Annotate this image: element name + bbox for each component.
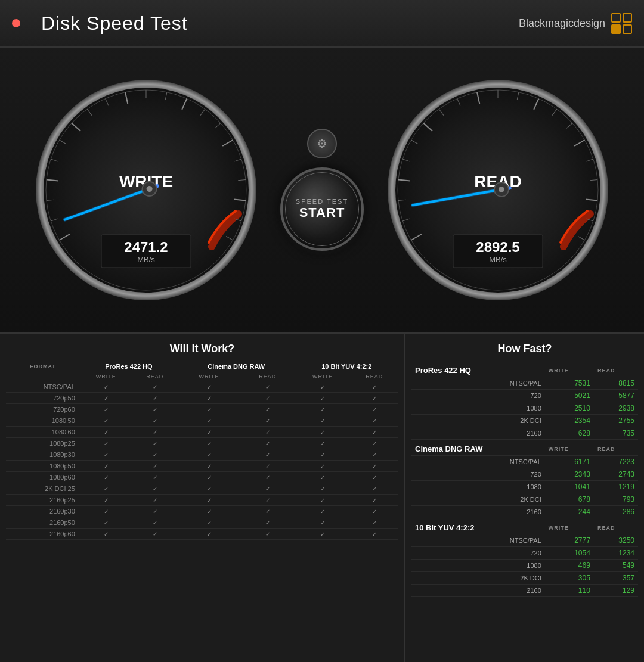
read-unit-text: MB/s xyxy=(489,255,507,264)
check: ✓ xyxy=(178,427,240,438)
format-label: 720p50 xyxy=(6,393,80,404)
check: ✓ xyxy=(240,381,295,393)
check: ✓ xyxy=(80,483,132,495)
prores-read-header: READ xyxy=(132,372,178,381)
read-value: 2743 xyxy=(594,468,638,481)
check: ✓ xyxy=(240,393,295,404)
format-label: 1080p30 xyxy=(6,449,80,461)
check: ✓ xyxy=(240,529,295,540)
brand-name: Blackmagicdesign xyxy=(519,17,605,30)
check: ✓ xyxy=(240,472,295,483)
close-button[interactable] xyxy=(12,19,20,27)
write-gauge-container: WRITE 2471.2 MB/s xyxy=(18,77,274,303)
row-label: 1080 xyxy=(411,481,545,493)
group-name: Cinema DNG RAW xyxy=(411,440,545,456)
table-row: 720p60 ✓ ✓ ✓ ✓ ✓ ✓ xyxy=(6,404,398,415)
check: ✓ xyxy=(80,438,132,449)
group-name: ProRes 422 HQ xyxy=(411,361,545,377)
center-controls: ⚙ SPEED TEST START xyxy=(274,129,370,251)
check: ✓ xyxy=(132,381,178,393)
table-row: 2160p25 ✓ ✓ ✓ ✓ ✓ ✓ xyxy=(6,495,398,506)
check: ✓ xyxy=(178,495,240,506)
write-value: 628 xyxy=(545,427,594,440)
check: ✓ xyxy=(80,517,132,529)
check: ✓ xyxy=(80,529,132,540)
check: ✓ xyxy=(80,449,132,461)
start-button[interactable]: SPEED TEST START xyxy=(280,167,364,251)
table-row: 1080p25 ✓ ✓ ✓ ✓ ✓ ✓ xyxy=(6,438,398,449)
check: ✓ xyxy=(178,415,240,427)
read-value: 357 xyxy=(594,572,638,585)
check: ✓ xyxy=(240,404,295,415)
data-section: Will It Work? FORMAT ProRes 422 HQ Cinem… xyxy=(0,334,644,662)
read-value: 286 xyxy=(594,506,638,518)
check: ✓ xyxy=(350,529,398,540)
write-value: 244 xyxy=(545,506,594,518)
read-gauge-container: READ 2892.5 MB/s xyxy=(370,77,626,303)
check: ✓ xyxy=(178,529,240,540)
read-value: 8815 xyxy=(594,377,638,390)
read-value: 3250 xyxy=(594,534,638,547)
speed-test-label: SPEED TEST xyxy=(296,198,348,205)
prores-write-header: WRITE xyxy=(80,372,132,381)
settings-button[interactable]: ⚙ xyxy=(307,129,337,158)
check: ✓ xyxy=(178,483,240,495)
check: ✓ xyxy=(350,495,398,506)
app-title: Disk Speed Test xyxy=(41,13,188,35)
format-col-header: FORMAT xyxy=(6,361,80,372)
check: ✓ xyxy=(178,449,240,461)
check: ✓ xyxy=(350,449,398,461)
yuv-header: 10 Bit YUV 4:2:2 xyxy=(295,361,398,372)
write-col-header: WRITE xyxy=(545,518,594,534)
check: ✓ xyxy=(240,506,295,517)
check: ✓ xyxy=(80,495,132,506)
check: ✓ xyxy=(350,393,398,404)
check: ✓ xyxy=(132,506,178,517)
check: ✓ xyxy=(295,393,351,404)
table-row: 720p50 ✓ ✓ ✓ ✓ ✓ ✓ xyxy=(6,393,398,404)
check: ✓ xyxy=(178,438,240,449)
table-row: 2160p30 ✓ ✓ ✓ ✓ ✓ ✓ xyxy=(6,506,398,517)
check: ✓ xyxy=(178,472,240,483)
title-bar: Disk Speed Test Blackmagicdesign xyxy=(0,0,644,48)
list-item: 1080 2510 2938 xyxy=(411,402,638,415)
read-value: 2755 xyxy=(594,415,638,427)
format-label: 1080p25 xyxy=(6,438,80,449)
cdng-read-header: READ xyxy=(240,372,295,381)
read-gauge-svg: READ 2892.5 MB/s xyxy=(385,77,611,303)
read-value: 549 xyxy=(594,560,638,572)
check: ✓ xyxy=(295,404,351,415)
check: ✓ xyxy=(80,472,132,483)
row-label: 720 xyxy=(411,547,545,560)
format-label: 1080i50 xyxy=(6,415,80,427)
read-value: 793 xyxy=(594,493,638,506)
write-unit-text: MB/s xyxy=(137,255,155,264)
list-item: 1080 1041 1219 xyxy=(411,481,638,493)
gear-icon: ⚙ xyxy=(317,136,327,151)
format-label: 720p60 xyxy=(6,404,80,415)
table-row: NTSC/PAL ✓ ✓ ✓ ✓ ✓ ✓ xyxy=(6,381,398,393)
how-fast-tbody: ProRes 422 HQ WRITE READ NTSC/PAL 7531 8… xyxy=(411,361,638,597)
check: ✓ xyxy=(295,472,351,483)
write-value: 1054 xyxy=(545,547,594,560)
write-value: 469 xyxy=(545,560,594,572)
write-gauge-svg: WRITE 2471.2 MB/s xyxy=(33,77,259,303)
row-label: 2K DCI xyxy=(411,493,545,506)
cinema-dng-header: Cinema DNG RAW xyxy=(178,361,295,372)
start-label: START xyxy=(299,205,345,220)
row-label: 720 xyxy=(411,468,545,481)
format-label: 2K DCI 25 xyxy=(6,483,80,495)
table-row: 1080i60 ✓ ✓ ✓ ✓ ✓ ✓ xyxy=(6,427,398,438)
list-item: NTSC/PAL 7531 8815 xyxy=(411,377,638,390)
check: ✓ xyxy=(178,393,240,404)
brand-area: Blackmagicdesign xyxy=(519,13,632,34)
how-fast-panel: How Fast? ProRes 422 HQ WRITE READ NTSC/… xyxy=(405,334,644,662)
check: ✓ xyxy=(80,506,132,517)
write-value: 2354 xyxy=(545,415,594,427)
check: ✓ xyxy=(350,415,398,427)
check: ✓ xyxy=(132,517,178,529)
check: ✓ xyxy=(132,415,178,427)
group-row: 10 Bit YUV 4:2:2 WRITE READ xyxy=(411,518,638,534)
write-value-text: 2471.2 xyxy=(124,239,168,255)
write-value: 678 xyxy=(545,493,594,506)
